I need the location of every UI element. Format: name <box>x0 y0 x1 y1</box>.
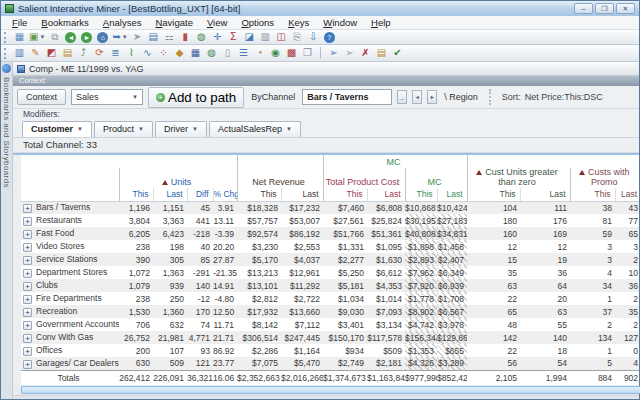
cust-units-group-header[interactable]: Cust Units greater than zero <box>467 168 570 188</box>
new-analysis-icon[interactable]: ▦ <box>12 31 27 44</box>
expand-row-button[interactable]: + <box>23 204 32 213</box>
sort-value[interactable]: Net Price:This:DSC <box>525 92 603 102</box>
table-row[interactable]: +Recreation 1,530 1,360 170 12.50 $17,93… <box>21 305 639 318</box>
grid-display-icon[interactable]: ▤ <box>146 31 161 44</box>
comparative-lines-icon[interactable]: ⌇ <box>124 47 139 60</box>
menu-item[interactable]: Keys <box>281 17 316 28</box>
cycle-icon[interactable]: ⟳ <box>92 47 107 60</box>
annotate-icon[interactable]: ▤ <box>374 47 389 60</box>
menu-item[interactable]: View <box>200 17 234 28</box>
total-product-cost-group-header[interactable]: Total Product Cost <box>323 168 405 188</box>
table-row[interactable]: +Conv With Gas 26,752 21,981 4,771 21.71… <box>21 331 639 344</box>
expand-row-button[interactable]: + <box>23 282 32 291</box>
export-icon[interactable]: ⇩ <box>306 31 321 44</box>
channel-value-field[interactable]: Bars / Taverns <box>302 89 392 105</box>
col-custunits-last[interactable]: Last <box>520 188 570 201</box>
panel-toggle-icon[interactable] <box>2 64 11 73</box>
bookmarks-panel-strip[interactable]: Bookmarks and Storyboards <box>1 62 13 399</box>
col-custunits-this[interactable]: This <box>467 188 520 201</box>
units-group-header[interactable]: Units <box>119 168 237 188</box>
document-tab-title[interactable]: Comp - ME 11/1999 vs. YAG <box>29 64 144 74</box>
menu-item[interactable]: Bookmarks <box>34 17 96 28</box>
share-trend-icon[interactable]: ✎ <box>28 47 43 60</box>
col-promo-last[interactable]: Last <box>615 188 639 201</box>
crosstab-icon[interactable]: ▦ <box>188 47 203 60</box>
modifier-button-customer[interactable]: Customer▼ <box>22 121 92 137</box>
pie-icon[interactable]: ◔ <box>252 47 267 60</box>
maximize-button[interactable]: ❐ <box>595 3 614 14</box>
col-tpc-this[interactable]: This <box>323 188 367 201</box>
expand-row-button[interactable]: + <box>23 334 32 343</box>
expand-row-button[interactable]: + <box>23 347 32 356</box>
mix-shift-icon[interactable]: ◩ <box>44 47 59 60</box>
col-units-this[interactable]: This <box>119 188 153 201</box>
col-netrev-last[interactable]: Last <box>281 188 323 201</box>
expand-row-button[interactable]: + <box>23 360 32 369</box>
menu-item[interactable]: Analyses <box>96 17 149 28</box>
trellis-icon[interactable]: ∿ <box>140 47 155 60</box>
expand-row-button[interactable]: + <box>23 295 32 304</box>
channel-collapse-button[interactable]: _ <box>397 90 407 104</box>
col-units-last[interactable]: Last <box>153 188 187 201</box>
copy-output-icon[interactable]: ⎘ <box>290 31 305 44</box>
expand-row-button[interactable]: + <box>23 256 32 265</box>
table-row[interactable]: +Garages/ Car Dealers 630 509 121 23.77 … <box>21 357 639 370</box>
forward-icon[interactable]: ► <box>79 31 94 44</box>
menu-item[interactable]: File <box>5 17 34 28</box>
table-row[interactable]: +Government Accounts 706 632 74 11.71 $8… <box>21 318 639 331</box>
help-icon[interactable]: ? <box>322 31 337 44</box>
expand-row-button[interactable]: + <box>23 269 32 278</box>
heat-grid-icon[interactable]: ▩ <box>284 47 299 60</box>
drill-down-icon[interactable]: ➥▼ <box>111 31 128 44</box>
channel-prev-button[interactable]: ◂ <box>412 90 422 104</box>
scattergram-icon[interactable]: ⁘ <box>156 47 171 60</box>
report-icon[interactable]: ▯ <box>220 47 235 60</box>
col-mc-last[interactable]: Last <box>437 188 467 201</box>
menu-item[interactable]: Navigate <box>148 17 200 28</box>
table-row[interactable]: +Clubs 1,079 939 140 14.91 $13,101 $11,2… <box>21 279 639 292</box>
region-path-label[interactable]: \ Region <box>444 92 478 102</box>
web-link-icon[interactable]: ◍ <box>194 31 209 44</box>
menu-item[interactable]: Help <box>364 17 398 28</box>
modifier-button-product[interactable]: Product▼ <box>94 121 153 137</box>
mc-group-header[interactable]: MC <box>405 168 467 188</box>
table-row[interactable]: +Restaurants 3,804 3,363 441 13.11 $57,7… <box>21 214 639 227</box>
custs-with-promo-group-header[interactable]: Custs with Promo <box>570 168 639 188</box>
company-icon[interactable]: ◫ <box>274 31 289 44</box>
minimize-button[interactable]: – <box>574 3 593 14</box>
menu-item[interactable]: Window <box>316 17 364 28</box>
comparative-icon[interactable]: ▥ <box>12 47 27 60</box>
expand-row-button[interactable]: + <box>23 321 32 330</box>
geo-map-icon[interactable]: ◍ <box>204 47 219 60</box>
window-tile-icon[interactable]: ❐ <box>300 47 315 60</box>
col-units-pctchg[interactable]: % Chg <box>213 188 237 201</box>
context-button[interactable]: Context <box>17 89 66 105</box>
measure-select[interactable]: Sales ▼ <box>71 89 143 105</box>
bookmarks-panel-label[interactable]: Bookmarks and Storyboards <box>2 77 11 188</box>
table-row[interactable]: +Fire Departments 238 250 -12 -4.80 $2,8… <box>21 292 639 305</box>
pointer-delete-icon[interactable]: ✗ <box>358 47 373 60</box>
add-to-path-button[interactable]: + Add to path <box>148 87 244 108</box>
waterfall-icon[interactable]: ≣ <box>108 47 123 60</box>
deltamap-icon[interactable]: ◆ <box>172 47 187 60</box>
validate-icon[interactable]: ✔ <box>390 47 405 60</box>
chart-zoom-icon[interactable]: ◪ <box>242 31 257 44</box>
table-row[interactable]: +Video Stores 238 198 40 20.20 $3,230 $2… <box>21 240 639 253</box>
pointer-remove-icon[interactable]: ➢ <box>342 47 357 60</box>
world-icon[interactable]: ◉ <box>268 47 283 60</box>
by-channel-label[interactable]: ByChannel <box>249 92 297 102</box>
insight-pointer-icon[interactable]: ➢ <box>326 47 341 60</box>
open-bookmark-icon[interactable]: ▣▼ <box>28 31 46 44</box>
expand-row-button[interactable]: + <box>23 243 32 252</box>
channel-next-button[interactable]: ▸ <box>427 90 437 104</box>
table-row[interactable]: +Fast Food 6,205 6,423 -218 -3.39 $92,57… <box>21 227 639 240</box>
col-netrev-this[interactable]: This <box>237 188 281 201</box>
close-button[interactable]: ✕ <box>616 3 635 14</box>
exception-icon[interactable]: ▤ <box>60 47 75 60</box>
home-icon[interactable]: ⌂ <box>95 31 110 44</box>
pointer-icon[interactable]: ➤ <box>130 31 145 44</box>
stacked-icon[interactable]: ☰ <box>236 47 251 60</box>
table-row[interactable]: +Offices 200 107 93 86.92 $2,286 $1,164 … <box>21 344 639 357</box>
horizontal-scrollbar[interactable] <box>21 386 640 394</box>
col-mc-this[interactable]: This <box>405 188 437 201</box>
